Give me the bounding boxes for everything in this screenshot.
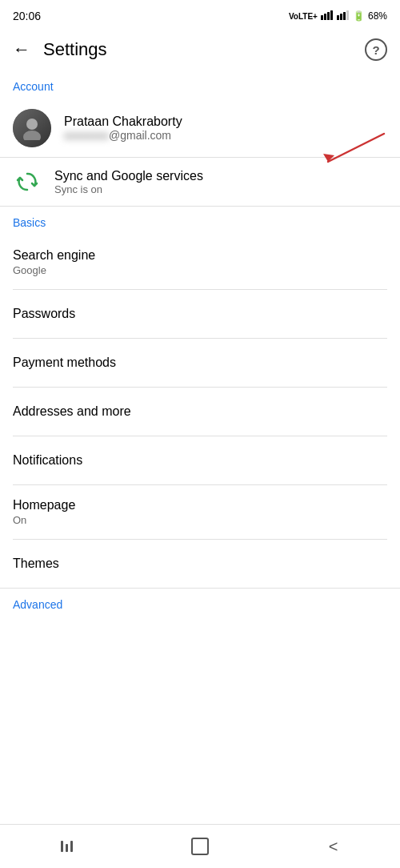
settings-item-title-addresses: Addresses and more <box>13 404 387 419</box>
network-label: VoLTE+ <box>289 12 318 21</box>
email-blurred: xxxxxxxx <box>64 129 109 142</box>
status-bar: 20:06 VoLTE+ 🔋 68% <box>0 0 400 29</box>
svg-rect-2 <box>327 12 330 20</box>
status-time: 20:06 <box>13 10 41 22</box>
settings-item-subtitle-homepage: On <box>13 514 387 526</box>
help-button[interactable]: ? <box>365 38 387 61</box>
main-content: Account Prataan Chakraborty xxxxxxxx@gma… <box>0 70 400 824</box>
back-button[interactable]: ← <box>13 39 30 60</box>
settings-item-title-notifications: Notifications <box>13 453 387 468</box>
signal-icon-2 <box>337 10 350 22</box>
signal-icon <box>321 10 334 22</box>
section-label-advanced: Advanced <box>0 589 400 617</box>
account-info: Prataan Chakraborty xxxxxxxx@gmail.com <box>64 115 182 142</box>
svg-rect-5 <box>340 14 342 20</box>
svg-rect-7 <box>346 10 349 20</box>
svg-point-9 <box>23 131 41 140</box>
account-email: xxxxxxxx@gmail.com <box>64 129 182 142</box>
settings-item-passwords[interactable]: Passwords <box>0 290 400 338</box>
svg-rect-0 <box>321 15 323 20</box>
sync-title: Sync and Google services <box>54 169 203 183</box>
settings-item-subtitle-search: Google <box>13 264 387 276</box>
battery-icon: 🔋 <box>353 10 365 22</box>
svg-rect-4 <box>337 15 339 20</box>
nav-recent-icon <box>61 841 73 852</box>
sync-info: Sync and Google services Sync is on <box>54 169 203 195</box>
account-item[interactable]: Prataan Chakraborty xxxxxxxx@gmail.com <box>0 99 400 157</box>
settings-item-themes[interactable]: Themes <box>0 540 400 588</box>
sync-item[interactable]: Sync and Google services Sync is on <box>0 158 400 206</box>
settings-item-title-homepage: Homepage <box>13 498 387 512</box>
settings-item-homepage[interactable]: Homepage On <box>0 485 400 539</box>
avatar <box>13 109 51 147</box>
svg-point-8 <box>26 119 38 130</box>
nav-home-button[interactable] <box>176 834 224 858</box>
sync-icon <box>13 167 42 196</box>
nav-home-icon <box>191 838 209 855</box>
settings-item-title-search: Search engine <box>13 248 387 263</box>
top-bar: ← Settings ? <box>0 29 400 70</box>
battery-percent: 68% <box>368 10 387 22</box>
status-icons: VoLTE+ 🔋 68% <box>289 10 387 22</box>
settings-item-title-payment: Payment methods <box>13 356 387 370</box>
settings-item-title-themes: Themes <box>13 557 387 571</box>
settings-item-addresses[interactable]: Addresses and more <box>0 388 400 436</box>
section-label-account: Account <box>0 70 400 99</box>
settings-item-notifications[interactable]: Notifications <box>0 436 400 484</box>
section-label-basics: Basics <box>0 207 400 235</box>
svg-rect-6 <box>343 12 346 20</box>
avatar-inner <box>13 109 51 147</box>
page-title: Settings <box>43 39 107 60</box>
sync-subtitle: Sync is on <box>54 183 203 195</box>
email-suffix: @gmail.com <box>109 129 171 142</box>
svg-rect-3 <box>330 10 333 20</box>
nav-bar: < <box>0 824 400 868</box>
settings-item-payment[interactable]: Payment methods <box>0 339 400 387</box>
svg-rect-1 <box>324 14 326 20</box>
nav-back-icon: < <box>329 838 338 856</box>
settings-item-search-engine[interactable]: Search engine Google <box>0 235 400 289</box>
nav-back-button[interactable]: < <box>310 834 358 858</box>
account-name: Prataan Chakraborty <box>64 115 182 129</box>
settings-item-title-passwords: Passwords <box>13 307 387 321</box>
nav-recent-button[interactable] <box>42 834 90 858</box>
